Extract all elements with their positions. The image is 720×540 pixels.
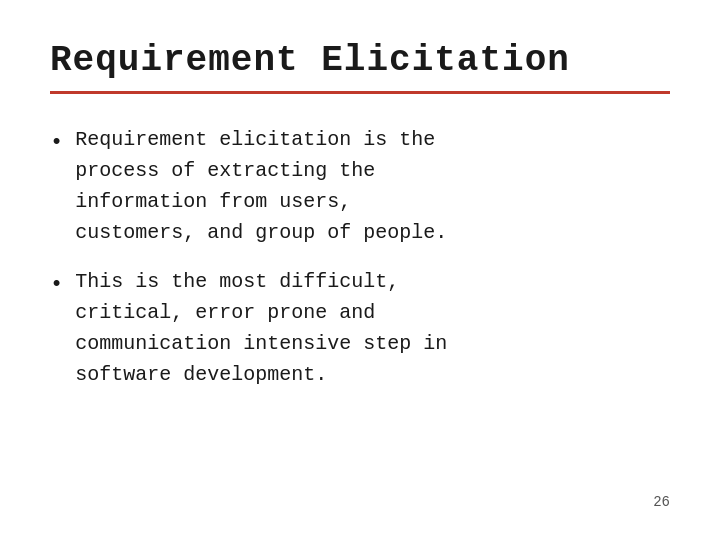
bullet-text-2: This is the most difficult,critical, err… <box>75 266 447 390</box>
title-section: Requirement Elicitation <box>50 40 670 114</box>
bullet-dot-2: • <box>50 268 63 301</box>
bullet-item-2: • This is the most difficult,critical, e… <box>50 266 670 390</box>
slide-number: 26 <box>50 484 670 510</box>
slide: Requirement Elicitation • Requirement el… <box>0 0 720 540</box>
title-divider <box>50 91 670 94</box>
slide-content: • Requirement elicitation is theprocess … <box>50 124 670 484</box>
bullet-dot-1: • <box>50 126 63 159</box>
bullet-item-1: • Requirement elicitation is theprocess … <box>50 124 670 248</box>
slide-title: Requirement Elicitation <box>50 40 670 81</box>
bullet-text-1: Requirement elicitation is theprocess of… <box>75 124 447 248</box>
